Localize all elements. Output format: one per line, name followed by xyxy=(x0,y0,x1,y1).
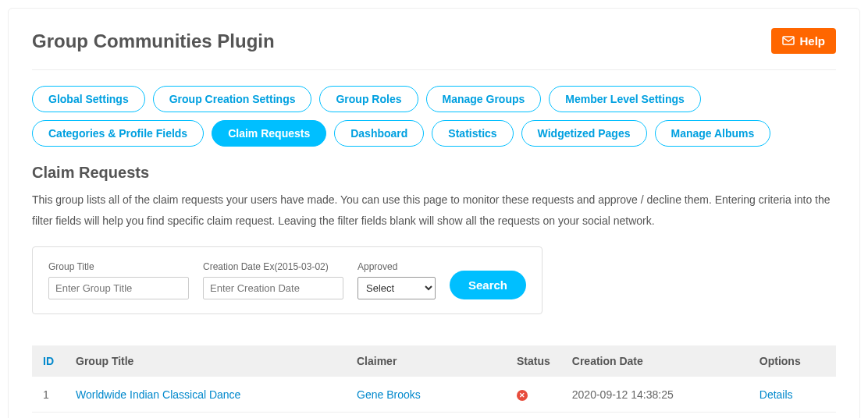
approved-label: Approved xyxy=(358,261,436,272)
col-status: Status xyxy=(506,345,561,377)
tab-manage-albums[interactable]: Manage Albums xyxy=(655,120,771,147)
col-id[interactable]: ID xyxy=(32,345,65,377)
tab-dashboard[interactable]: Dashboard xyxy=(334,120,424,147)
details-link[interactable]: Details xyxy=(760,388,793,401)
creation-date-label: Creation Date Ex(2015-03-02) xyxy=(203,261,343,272)
tab-manage-groups[interactable]: Manage Groups xyxy=(426,86,542,112)
cell-id: 1 xyxy=(32,377,65,413)
svg-rect-0 xyxy=(783,37,794,44)
tabs-nav: Global Settings Group Creation Settings … xyxy=(32,86,836,147)
tab-group-roles[interactable]: Group Roles xyxy=(319,86,418,112)
creation-date-input[interactable] xyxy=(203,277,343,299)
group-title-label: Group Title xyxy=(48,261,189,272)
tab-group-creation-settings[interactable]: Group Creation Settings xyxy=(153,86,312,112)
section-description: This group lists all of the claim reques… xyxy=(32,190,836,231)
filter-box: Group Title Creation Date Ex(2015-03-02)… xyxy=(32,246,542,314)
help-button[interactable]: Help xyxy=(771,28,836,54)
group-title-link[interactable]: Worldwide Indian Classical Dance xyxy=(76,388,240,401)
tab-statistics[interactable]: Statistics xyxy=(432,120,513,147)
col-creation-date: Creation Date xyxy=(561,345,749,377)
envelope-icon xyxy=(782,36,795,47)
table-row: 1 Worldwide Indian Classical Dance Gene … xyxy=(32,377,836,413)
group-title-input[interactable] xyxy=(48,277,189,299)
status-rejected-icon[interactable]: ✕ xyxy=(517,390,528,401)
tab-categories-profile-fields[interactable]: Categories & Profile Fields xyxy=(32,120,204,147)
page-title: Group Communities Plugin xyxy=(32,30,275,52)
claim-requests-table: ID Group Title Claimer Status Creation D… xyxy=(32,345,836,413)
col-group-title: Group Title xyxy=(65,345,346,377)
section-title: Claim Requests xyxy=(32,164,836,182)
tab-claim-requests[interactable]: Claim Requests xyxy=(212,120,326,147)
claimer-link[interactable]: Gene Brooks xyxy=(357,388,421,401)
cell-creation-date: 2020-09-12 14:38:25 xyxy=(561,377,749,413)
col-options: Options xyxy=(749,345,836,377)
col-claimer: Claimer xyxy=(346,345,506,377)
tab-widgetized-pages[interactable]: Widgetized Pages xyxy=(521,120,647,147)
help-label: Help xyxy=(799,34,825,48)
tab-global-settings[interactable]: Global Settings xyxy=(32,86,145,112)
tab-member-level-settings[interactable]: Member Level Settings xyxy=(549,86,701,112)
search-button[interactable]: Search xyxy=(450,271,526,299)
approved-select[interactable]: Select xyxy=(358,277,436,299)
